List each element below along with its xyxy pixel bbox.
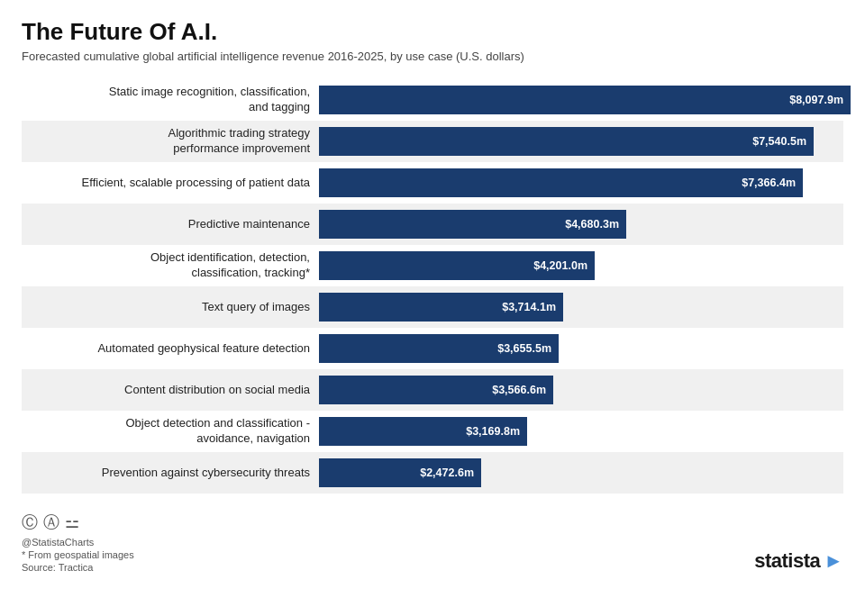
bar-value: $2,472.6m — [420, 467, 474, 479]
bar: $2,472.6m — [319, 458, 481, 487]
chart-row: Content distribution on social media$3,5… — [22, 369, 843, 411]
chart-row: Object detection and classification -avo… — [22, 411, 843, 452]
row-label: Efficient, scalable processing of patien… — [22, 176, 319, 191]
chart-row: Object identification, detection,classif… — [22, 245, 843, 286]
bar-value: $7,366.4m — [742, 177, 796, 189]
footer-left: Ⓒ Ⓐ ⚍ @StatistaCharts * From geospatial … — [22, 512, 134, 573]
bar-container: $2,472.6m — [319, 458, 843, 487]
chart-row: Text query of images$3,714.1m — [22, 286, 843, 328]
row-label: Content distribution on social media — [22, 383, 319, 398]
chart-row: Algorithmic trading strategyperformance … — [22, 121, 843, 162]
chart-area: Static image recognition, classification… — [22, 79, 843, 494]
person-icon: Ⓐ — [43, 512, 59, 533]
bar-value: $4,680.3m — [565, 218, 619, 231]
chart-row: Efficient, scalable processing of patien… — [22, 162, 843, 204]
bar: $3,566.6m — [319, 376, 553, 404]
bar-container: $4,201.0m — [319, 251, 843, 280]
bar-value: $4,201.0m — [533, 259, 587, 272]
row-label: Object detection and classification -avo… — [22, 416, 319, 447]
row-label: Text query of images — [22, 300, 319, 315]
bar-container: $3,714.1m — [319, 293, 843, 322]
bar-value: $8,097.9m — [789, 94, 843, 106]
chart-title: The Future Of A.I. — [22, 18, 843, 46]
bar: $3,655.5m — [319, 334, 559, 363]
row-label: Algorithmic trading strategyperformance … — [22, 126, 319, 157]
row-label: Prevention against cybersecurity threats — [22, 466, 319, 481]
footer-note: * From geospatial images — [22, 549, 134, 560]
bar-value: $3,655.5m — [497, 342, 551, 355]
equals-icon: ⚍ — [65, 512, 79, 532]
bar: $3,714.1m — [319, 293, 563, 322]
footer-source: Source: Tractica — [22, 562, 134, 573]
bar-container: $3,169.8m — [319, 417, 843, 446]
chart-row: Automated geophysical feature detection$… — [22, 328, 843, 369]
row-label: Object identification, detection,classif… — [22, 250, 319, 281]
bar-value: $3,714.1m — [502, 301, 556, 313]
row-label: Predictive maintenance — [22, 217, 319, 232]
bar-container: $7,366.4m — [319, 168, 843, 197]
chart-subtitle: Forecasted cumulative global artificial … — [22, 50, 843, 63]
bar-value: $3,566.6m — [492, 384, 546, 396]
bar: $4,680.3m — [319, 210, 626, 239]
bar-container: $3,655.5m — [319, 334, 843, 363]
bar-container: $3,566.6m — [319, 376, 843, 404]
row-label: Automated geophysical feature detection — [22, 341, 319, 357]
statista-arrow-icon: ► — [824, 549, 843, 573]
bar-container: $4,680.3m — [319, 210, 843, 239]
bar: $7,540.5m — [319, 127, 814, 156]
footer-handle: @StatistaCharts — [22, 537, 134, 548]
bar: $8,097.9m — [319, 86, 851, 114]
footer: Ⓒ Ⓐ ⚍ @StatistaCharts * From geospatial … — [22, 506, 843, 573]
chart-row: Predictive maintenance$4,680.3m — [22, 204, 843, 245]
bar: $4,201.0m — [319, 251, 595, 280]
bar: $7,366.4m — [319, 168, 803, 197]
statista-brand: statista — [754, 549, 820, 573]
bar-container: $7,540.5m — [319, 127, 843, 156]
infographic-container: The Future Of A.I. Forecasted cumulative… — [0, 0, 865, 587]
bar: $3,169.8m — [319, 417, 527, 446]
chart-wrapper: Static image recognition, classification… — [22, 79, 843, 494]
bar-container: $8,097.9m — [319, 86, 851, 114]
bar-value: $3,169.8m — [466, 425, 520, 438]
chart-row: Static image recognition, classification… — [22, 79, 843, 121]
footer-icons: Ⓒ Ⓐ ⚍ — [22, 512, 134, 533]
cc-icon: Ⓒ — [22, 512, 38, 533]
statista-logo: statista ► — [754, 549, 843, 573]
chart-row: Prevention against cybersecurity threats… — [22, 452, 843, 494]
row-label: Static image recognition, classification… — [22, 85, 319, 115]
bar-value: $7,540.5m — [752, 135, 806, 148]
